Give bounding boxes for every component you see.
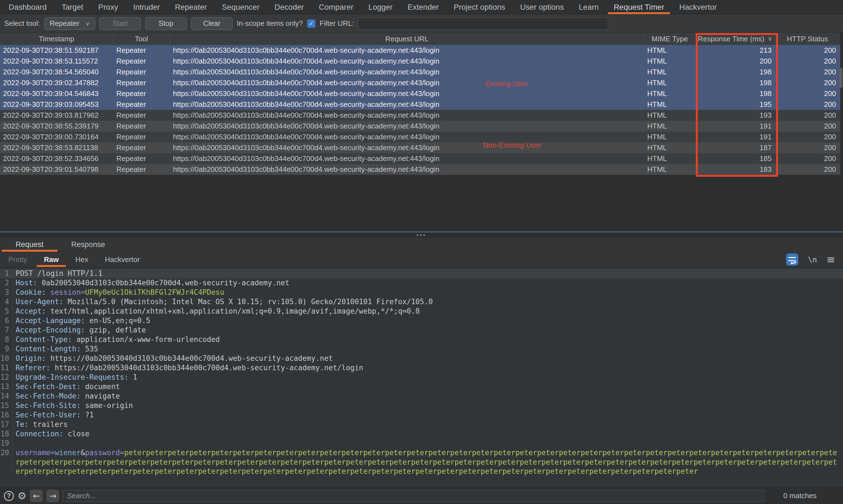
cell-response-time: 198 [696,67,775,77]
table-row[interactable]: 2022-09-30T20:39:02.347882Repeaterhttps:… [0,77,840,88]
menu-tab-hackvertor[interactable]: Hackvertor [672,0,724,14]
cell-url: https://0ab20053040d3103c0bb344e00c700d4… [170,88,644,99]
top-menu-bar: DashboardTargetProxyIntruderRepeaterSequ… [0,0,843,14]
line-content: Content-Length: 535 [13,344,839,354]
table-row[interactable]: 2022-09-30T20:38:55.239179Repeaterhttps:… [0,121,840,131]
editor-menu-icon[interactable]: ≡ [826,253,835,266]
request-line: 17Te: trailers [0,420,843,429]
code-segment: text/html,application/xhtml+xml,applicat… [46,307,420,315]
menu-tab-sequencer[interactable]: Sequencer [214,0,267,14]
tab-hackvertor[interactable]: Hackvertor [96,252,148,267]
show-newlines-icon[interactable]: \n [808,255,817,264]
gear-icon[interactable]: ⚙ [17,490,27,502]
line-content: Host: 0ab20053040d3103c0bb344e00c700d4.w… [13,278,839,288]
filter-url-input[interactable] [358,17,608,30]
column-header-tool[interactable]: Tool [113,33,170,45]
tab-pretty[interactable]: Pretty [0,252,36,267]
tab-hex[interactable]: Hex [67,252,96,267]
line-content: Accept-Encoding: gzip, deflate [13,326,839,335]
menu-tab-user-options[interactable]: User options [513,0,571,14]
stop-button[interactable]: Stop [145,17,187,30]
menu-tab-project-options[interactable]: Project options [446,0,513,14]
line-number: 13 [0,382,13,392]
menu-tab-intruder[interactable]: Intruder [125,0,168,14]
table-row[interactable]: 2022-09-30T20:39:01.540798Repeaterhttps:… [0,164,840,175]
column-header-timestamp[interactable]: Timestamp [0,33,113,45]
word-wrap-icon[interactable] [786,253,798,266]
request-line: 1POST /login HTTP/1.1 [0,269,843,278]
line-content: POST /login HTTP/1.1 [13,269,839,278]
line-number: 7 [0,326,13,335]
toolbar: Select tool: Repeater ∨ Start Stop Clear… [0,14,843,33]
column-header-request-url[interactable]: Request URL [170,33,644,45]
menu-tab-dashboard[interactable]: Dashboard [1,0,54,14]
line-content: Sec-Fetch-Dest: document [13,382,839,392]
table-row[interactable]: 2022-09-30T20:38:54.565040Repeaterhttps:… [0,67,840,77]
code-segment: Mozilla/5.0 (Macintosh; Intel Mac OS X 1… [63,298,433,306]
tab-raw[interactable]: Raw [36,252,67,267]
cell-timestamp: 2022-09-30T20:38:55.239179 [0,121,113,131]
cell-tool: Repeater [113,110,170,121]
cell-timestamp: 2022-09-30T20:38:53.115572 [0,56,113,67]
menu-tab-decoder[interactable]: Decoder [267,0,312,14]
search-input[interactable] [63,490,765,502]
menu-tab-repeater[interactable]: Repeater [168,0,214,14]
table-row[interactable]: 2022-09-30T20:39:03.817962Repeaterhttps:… [0,110,840,121]
menu-tab-learn[interactable]: Learn [572,0,607,14]
line-number: 8 [0,335,13,344]
request-line: 12Upgrade-Insecure-Requests: 1 [0,373,843,382]
code-segment: Accept-Language: [16,317,85,325]
line-number: 16 [0,411,13,420]
cell-url: https://0ab20053040d3103c0bb344e00c700d4… [170,67,644,77]
table-scrollbar-thumb[interactable] [839,68,842,88]
help-icon[interactable]: ? [4,491,14,501]
table-row[interactable]: 2022-09-30T20:38:53.115572Repeaterhttps:… [0,56,840,67]
check-icon: ✓ [309,20,314,27]
line-content: Referer: https://0ab20053040d3103c0bb344… [13,363,839,373]
cell-tool: Repeater [113,77,170,88]
line-content: Origin: https://0ab20053040d3103c0bb344e… [13,354,839,363]
menu-tab-logger[interactable]: Logger [361,0,400,14]
cell-mime-type: HTML [644,45,696,56]
line-number: 5 [0,307,13,316]
table-body: 2022-09-30T20:38:51.592187Repeaterhttps:… [0,45,843,175]
clear-button[interactable]: Clear [191,17,233,30]
sort-descending-icon: ∨ [768,36,772,42]
cell-response-time: 195 [696,99,775,110]
cell-timestamp: 2022-09-30T20:38:54.565040 [0,67,113,77]
table-row[interactable]: 2022-09-30T20:39:04.546843Repeaterhttps:… [0,88,840,99]
cell-response-time: 187 [696,142,775,153]
table-row[interactable]: 2022-09-30T20:38:51.592187Repeaterhttps:… [0,45,840,56]
line-content: Connection: close [13,429,839,439]
tab-response[interactable]: Response [57,238,119,252]
request-editor[interactable]: 1POST /login HTTP/1.12Host: 0ab20053040d… [0,267,843,487]
tool-select-dropdown[interactable]: Repeater ∨ [44,17,95,30]
editor-icon-group: \n ≡ [786,252,843,267]
filter-url-label: Filter URL: [320,19,354,28]
table-row[interactable]: 2022-09-30T20:38:52.334656Repeaterhttps:… [0,153,840,164]
next-match-button[interactable]: → [46,490,59,502]
cell-http-status: 200 [775,164,840,175]
start-button[interactable]: Start [100,17,141,30]
table-row[interactable]: 2022-09-30T20:39:00.730164Repeaterhttps:… [0,131,840,142]
menu-tab-comparer[interactable]: Comparer [311,0,361,14]
code-segment: Te: [16,420,29,429]
code-segment: Accept-Encoding: [16,326,85,334]
column-header-response-time-ms-[interactable]: Response Time (ms)∨ [696,33,775,45]
tab-request[interactable]: Request [2,238,57,252]
menu-tab-request-timer[interactable]: Request Timer [606,0,672,14]
previous-match-button[interactable]: ← [30,490,43,502]
column-header-mime-type[interactable]: MIME Type [644,33,696,45]
cell-tool: Repeater [113,56,170,67]
code-segment: document [81,382,120,391]
in-scope-checkbox[interactable]: ✓ [307,19,315,28]
table-row[interactable]: 2022-09-30T20:38:53.821138Repeaterhttps:… [0,142,840,153]
menu-tab-target[interactable]: Target [54,0,91,14]
column-header-http-status[interactable]: HTTP Status [775,33,840,45]
pane-splitter[interactable]: ••• [0,230,843,238]
cell-url: https://0ab20053040d3103c0bb344e00c700d4… [170,153,644,164]
table-row[interactable]: 2022-09-30T20:39:03.095453Repeaterhttps:… [0,99,840,110]
cell-response-time: 198 [696,77,775,88]
menu-tab-proxy[interactable]: Proxy [91,0,126,14]
menu-tab-extender[interactable]: Extender [400,0,446,14]
